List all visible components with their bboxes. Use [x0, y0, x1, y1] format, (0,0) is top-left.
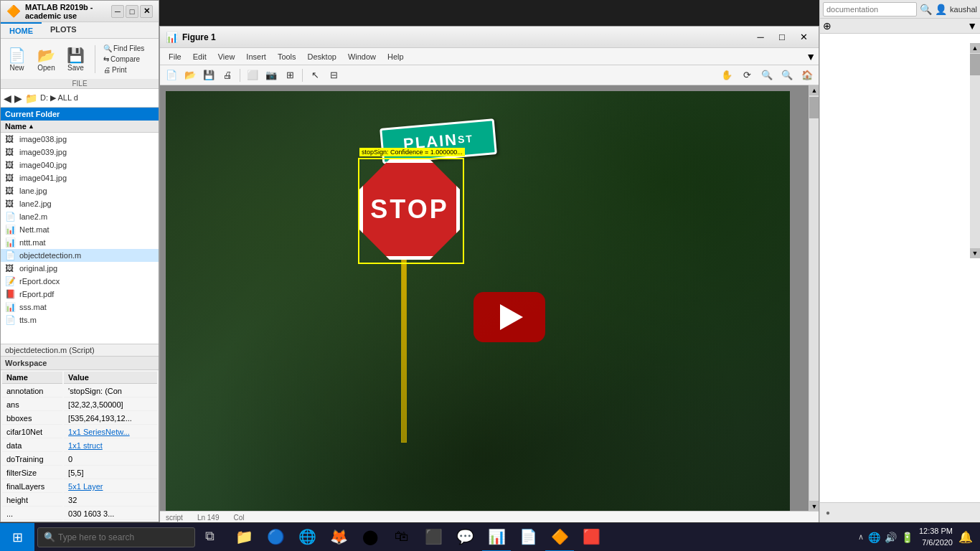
ws-row[interactable]: finalLayers 5x1 Layer	[2, 481, 157, 493]
figure-maximize-button[interactable]: □	[773, 30, 791, 44]
file-item[interactable]: 📕 rEport.pdf	[1, 288, 159, 301]
taskbar-app-word[interactable]: 📄	[514, 523, 542, 552]
fig-open-button[interactable]: 📂	[182, 67, 199, 83]
right-scrollbar-down[interactable]: ▼	[970, 248, 980, 258]
file-item[interactable]: 🖼 image039.jpg	[1, 146, 159, 159]
taskbar-app-firefox[interactable]: 🦊	[324, 523, 353, 552]
file-item-selected[interactable]: 📄 objectdetection.m	[1, 249, 159, 262]
menu-window[interactable]: Window	[342, 51, 382, 62]
tab-plots[interactable]: PLOTS	[42, 22, 85, 38]
ws-row[interactable]: ans [32,32,3,50000]	[2, 399, 157, 411]
ws-row[interactable]: height 32	[2, 494, 157, 507]
file-item[interactable]: 🖼 image038.jpg	[1, 133, 159, 146]
ws-row[interactable]: cifar10Net 1x1 SeriesNetw...	[2, 426, 157, 438]
menu-insert[interactable]: Insert	[240, 51, 272, 62]
fig-zoom-rect-button[interactable]: ⬜	[244, 67, 261, 83]
back-button[interactable]: ◀	[4, 93, 11, 104]
forward-button[interactable]: ▶	[14, 93, 22, 104]
close-button[interactable]: ✕	[140, 5, 153, 18]
file-item[interactable]: 📄 lane2.m	[1, 210, 159, 223]
ws-row[interactable]: ... 030 1603 3...	[2, 508, 157, 520]
taskbar-app-console[interactable]: ⬛	[419, 523, 448, 552]
find-files-button[interactable]: 🔍 Find Files	[101, 44, 146, 53]
taskbar-app-chrome[interactable]: ⬤	[356, 523, 385, 552]
ws-row[interactable]: annotation 'stopSign: (Con	[2, 385, 157, 397]
up-button[interactable]: 📁	[25, 93, 37, 104]
data-link[interactable]: 1x1 struct	[68, 441, 103, 450]
right-scrollbar-thumb[interactable]	[970, 54, 980, 75]
chevron-up-icon[interactable]: ∧	[858, 532, 864, 542]
file-item[interactable]: 🖼 lane.jpg	[1, 184, 159, 197]
figure-minimize-button[interactable]: ─	[751, 30, 770, 44]
task-view-button[interactable]: ⧉	[195, 523, 224, 552]
scrollbar-down-button[interactable]: ▼	[809, 501, 819, 511]
file-item[interactable]: 🖼 image041.jpg	[1, 171, 159, 184]
taskbar-app-store[interactable]: 🛍	[387, 523, 416, 552]
collapse-icon[interactable]: ▼	[967, 20, 977, 32]
tab-home[interactable]: HOME	[1, 22, 42, 38]
network-icon[interactable]: 🌐	[868, 532, 880, 543]
cifar10net-link[interactable]: 1x1 SeriesNetw...	[68, 428, 130, 436]
menu-collapse-icon[interactable]: ▼	[806, 51, 816, 62]
fig-new-button[interactable]: 📄	[163, 67, 180, 83]
maximize-button[interactable]: □	[126, 5, 138, 18]
ws-row[interactable]: filterSize [5,5]	[2, 467, 157, 479]
figure-vscrollbar[interactable]: ▲ ▼	[809, 85, 819, 511]
ws-row[interactable]: bboxes [535,264,193,12...	[2, 413, 157, 425]
fig-pan-button[interactable]: ✋	[718, 67, 735, 83]
file-item[interactable]: 📄 tts.m	[1, 314, 159, 326]
right-vscrollbar[interactable]: ▲ ▼	[970, 43, 980, 258]
fig-zoom-out-button[interactable]: 🔍	[778, 67, 796, 83]
menu-file[interactable]: File	[163, 51, 187, 62]
file-item[interactable]: 📊 Nett.mat	[1, 223, 159, 236]
file-item[interactable]: 🖼 original.jpg	[1, 262, 159, 275]
fig-cursor-button[interactable]: ↖	[306, 67, 324, 83]
ws-row[interactable]: data 1x1 struct	[2, 440, 157, 452]
menu-edit[interactable]: Edit	[187, 51, 212, 62]
start-button[interactable]: ⊞	[0, 523, 34, 552]
new-button[interactable]: 📄 New	[4, 45, 30, 73]
taskbar-app-excel[interactable]: 📊	[482, 523, 511, 552]
fig-insert-button[interactable]: ⊟	[325, 67, 342, 83]
taskbar-app-rstudio[interactable]: 🟥	[577, 523, 606, 552]
taskbar-search-input[interactable]	[58, 532, 180, 542]
save-button[interactable]: 💾 Save	[62, 45, 89, 73]
taskbar-app-edge[interactable]: 🌐	[293, 523, 321, 552]
compare-button[interactable]: ⇆ Compare	[101, 55, 146, 64]
expand-icon[interactable]: ⊕	[823, 20, 831, 32]
right-scrollbar-up[interactable]: ▲	[970, 43, 980, 53]
ws-row[interactable]: doTraining 0	[2, 453, 157, 466]
file-item[interactable]: 📊 nttt.mat	[1, 236, 159, 249]
file-item[interactable]: 🖼 lane2.jpg	[1, 197, 159, 210]
print-button[interactable]: 🖨 Print	[101, 65, 146, 75]
open-button[interactable]: 📂 Open	[33, 45, 60, 73]
taskbar-clock[interactable]: 12:38 PM 7/6/2020	[919, 526, 953, 548]
menu-view[interactable]: View	[212, 51, 241, 62]
menu-help[interactable]: Help	[382, 51, 410, 62]
taskbar-app-explorer[interactable]: 📁	[230, 523, 258, 552]
fig-print-button[interactable]: 🖨	[219, 67, 236, 83]
fig-rotate-button[interactable]: ⟳	[738, 67, 755, 83]
file-item[interactable]: 📝 rEport.docx	[1, 275, 159, 288]
taskbar-app-teams[interactable]: 💬	[451, 523, 479, 552]
scrollbar-thumb[interactable]	[809, 97, 819, 118]
figure-close-button[interactable]: ✕	[794, 30, 813, 44]
file-item[interactable]: 🖼 image040.jpg	[1, 159, 159, 171]
fig-save-button[interactable]: 💾	[200, 67, 217, 83]
fig-camera-button[interactable]: 📷	[263, 67, 280, 83]
volume-icon[interactable]: 🔊	[885, 532, 897, 543]
scrollbar-up-button[interactable]: ▲	[809, 85, 819, 95]
taskbar-app-matlab[interactable]: 🔶	[545, 523, 574, 552]
taskbar-app-unknown1[interactable]: 🔵	[261, 523, 290, 552]
file-item[interactable]: 📊 sss.mat	[1, 301, 159, 314]
fig-zoom-in-button[interactable]: 🔍	[758, 67, 776, 83]
fig-grid-button[interactable]: ⊞	[281, 67, 298, 83]
search-icon[interactable]: 🔍	[920, 4, 932, 15]
youtube-play-button[interactable]	[473, 292, 545, 342]
menu-tools[interactable]: Tools	[272, 51, 302, 62]
menu-desktop[interactable]: Desktop	[302, 51, 342, 62]
minimize-button[interactable]: ─	[111, 5, 124, 18]
notification-icon[interactable]: 🔔	[958, 530, 973, 544]
finallayers-link[interactable]: 5x1 Layer	[68, 482, 103, 491]
fig-home-button[interactable]: 🏠	[798, 67, 816, 83]
